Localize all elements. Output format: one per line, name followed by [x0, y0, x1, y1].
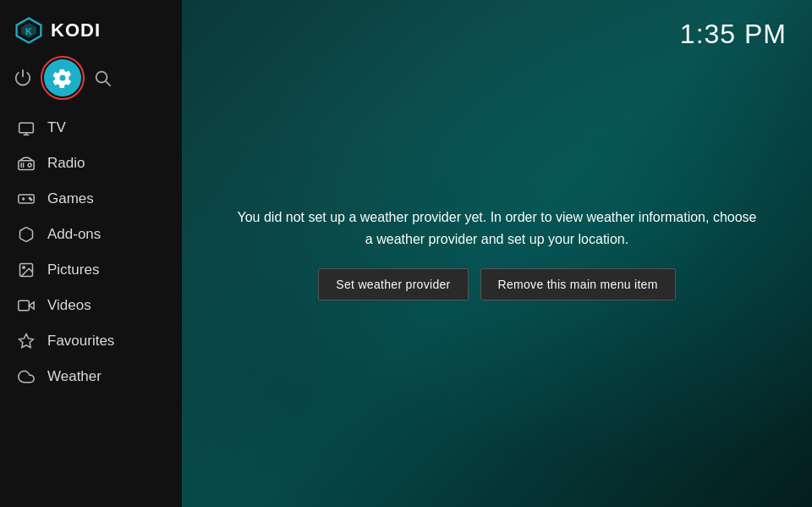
svg-line-5	[106, 81, 110, 85]
settings-button[interactable]	[44, 59, 81, 96]
kodi-logo: K KODI	[14, 15, 101, 46]
search-button[interactable]	[93, 69, 112, 87]
sidebar-label-radio: Radio	[47, 155, 85, 172]
pictures-icon	[17, 261, 36, 279]
info-message: You did not set up a weather provider ye…	[235, 207, 760, 250]
sidebar-label-addons: Add-ons	[47, 226, 101, 243]
radio-icon	[17, 154, 36, 173]
sidebar-label-videos: Videos	[47, 297, 91, 314]
gamepad-icon	[17, 190, 36, 208]
kodi-logo-icon: K	[14, 15, 44, 46]
sidebar-label-games: Games	[47, 190, 94, 207]
sidebar: K KODI	[0, 0, 182, 507]
sidebar-label-weather: Weather	[47, 368, 102, 385]
center-panel: You did not set up a weather provider ye…	[235, 207, 760, 300]
sidebar-item-games[interactable]: Games	[0, 181, 182, 217]
svg-point-10	[28, 163, 31, 167]
sidebar-header: K KODI	[0, 0, 182, 54]
svg-marker-17	[29, 302, 34, 309]
star-icon	[17, 332, 36, 350]
sidebar-item-videos[interactable]: Videos	[0, 288, 182, 323]
remove-menu-item-button[interactable]: Remove this main menu item	[480, 268, 676, 300]
sidebar-label-pictures: Pictures	[47, 262, 99, 278]
set-weather-provider-button[interactable]: Set weather provider	[318, 268, 468, 300]
power-button[interactable]	[14, 69, 32, 87]
action-buttons: Set weather provider Remove this main me…	[318, 268, 675, 300]
nav-list: TV Radio Games Add-ons Pictures	[0, 110, 182, 394]
sidebar-item-pictures[interactable]: Pictures	[0, 252, 182, 288]
sidebar-item-favourites[interactable]: Favourites	[0, 323, 182, 359]
weather-icon	[17, 367, 36, 386]
svg-rect-18	[19, 300, 29, 311]
tv-icon	[17, 118, 36, 137]
kodi-title: KODI	[51, 19, 101, 41]
sidebar-controls	[0, 54, 182, 110]
svg-point-3	[60, 75, 65, 80]
sidebar-item-weather[interactable]: Weather	[0, 359, 182, 394]
sidebar-item-tv[interactable]: TV	[0, 110, 182, 146]
svg-point-16	[23, 267, 25, 269]
svg-point-14	[30, 199, 32, 201]
svg-rect-6	[19, 123, 34, 133]
svg-marker-19	[19, 334, 34, 348]
svg-text:K: K	[25, 26, 32, 36]
sidebar-label-favourites: Favourites	[47, 333, 114, 350]
addons-icon	[17, 225, 36, 244]
main-content: 1:35 PM You did not set up a weather pro…	[182, 0, 812, 507]
sidebar-item-addons[interactable]: Add-ons	[0, 217, 182, 252]
videos-icon	[17, 296, 36, 315]
time-display: 1:35 PM	[680, 19, 787, 50]
sidebar-item-radio[interactable]: Radio	[0, 146, 182, 181]
sidebar-label-tv: TV	[47, 119, 66, 136]
